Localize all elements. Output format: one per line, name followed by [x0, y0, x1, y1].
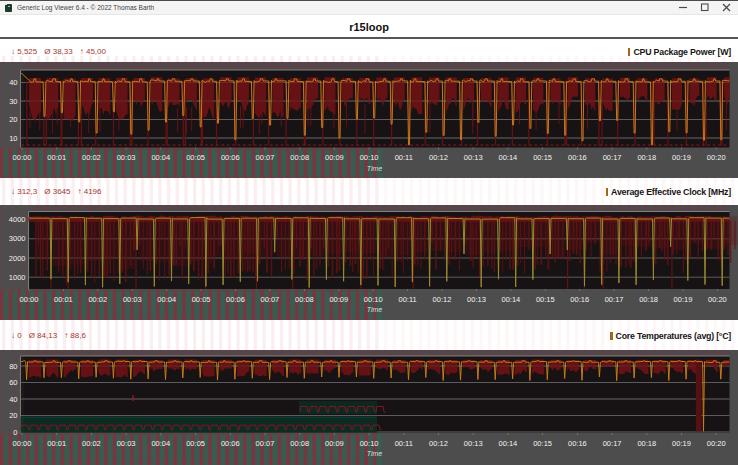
svg-text:00:07: 00:07 — [256, 153, 275, 162]
svg-text:Time: Time — [367, 306, 383, 313]
svg-text:00:03: 00:03 — [123, 295, 142, 304]
svg-text:00:05: 00:05 — [192, 295, 211, 304]
svg-text:00:14: 00:14 — [502, 295, 521, 304]
svg-text:00:04: 00:04 — [151, 439, 170, 448]
svg-text:00:10: 00:10 — [360, 153, 379, 162]
svg-text:00:15: 00:15 — [536, 295, 555, 304]
svg-text:00:07: 00:07 — [261, 295, 280, 304]
svg-text:00:05: 00:05 — [186, 439, 205, 448]
svg-text:00:16: 00:16 — [570, 295, 589, 304]
svg-text:0: 0 — [13, 428, 17, 437]
svg-text:00:16: 00:16 — [568, 153, 587, 162]
svg-text:00:12: 00:12 — [433, 295, 452, 304]
svg-text:00:03: 00:03 — [117, 439, 136, 448]
svg-text:3000: 3000 — [9, 234, 26, 243]
svg-text:20: 20 — [9, 115, 17, 124]
svg-text:00:13: 00:13 — [467, 295, 486, 304]
svg-text:Time: Time — [367, 165, 383, 172]
svg-text:00:20: 00:20 — [707, 153, 726, 162]
svg-text:00:18: 00:18 — [639, 295, 658, 304]
svg-text:80: 80 — [9, 362, 17, 371]
svg-text:00:00: 00:00 — [20, 295, 39, 304]
svg-text:00:06: 00:06 — [221, 439, 240, 448]
svg-text:00:06: 00:06 — [226, 295, 245, 304]
svg-text:00:13: 00:13 — [464, 439, 483, 448]
svg-text:00:05: 00:05 — [186, 153, 205, 162]
svg-text:00:08: 00:08 — [295, 295, 314, 304]
svg-text:00:08: 00:08 — [290, 439, 309, 448]
svg-text:00:18: 00:18 — [637, 153, 656, 162]
svg-text:00:17: 00:17 — [603, 153, 622, 162]
svg-text:00:09: 00:09 — [325, 153, 344, 162]
svg-text:00:09: 00:09 — [325, 439, 344, 448]
svg-text:00:11: 00:11 — [398, 295, 416, 304]
svg-text:4000: 4000 — [9, 215, 26, 224]
svg-text:00:15: 00:15 — [533, 153, 552, 162]
svg-text:40: 40 — [9, 78, 17, 87]
svg-text:00:14: 00:14 — [499, 439, 518, 448]
svg-text:40: 40 — [9, 395, 17, 404]
svg-text:00:16: 00:16 — [568, 439, 587, 448]
svg-text:00:00: 00:00 — [13, 153, 32, 162]
svg-text:00:20: 00:20 — [708, 295, 727, 304]
svg-text:00:01: 00:01 — [54, 295, 73, 304]
svg-text:00:12: 00:12 — [429, 439, 448, 448]
svg-text:00:12: 00:12 — [429, 153, 448, 162]
svg-text:00:17: 00:17 — [603, 439, 622, 448]
svg-text:00:07: 00:07 — [256, 439, 275, 448]
svg-text:00:11: 00:11 — [395, 153, 413, 162]
svg-text:00:04: 00:04 — [157, 295, 176, 304]
svg-text:00:03: 00:03 — [117, 153, 136, 162]
svg-text:00:02: 00:02 — [88, 295, 107, 304]
svg-text:00:15: 00:15 — [533, 439, 552, 448]
svg-text:00:19: 00:19 — [672, 439, 691, 448]
svg-text:00:10: 00:10 — [364, 295, 383, 304]
svg-text:00:19: 00:19 — [672, 153, 691, 162]
svg-text:00:13: 00:13 — [464, 153, 483, 162]
svg-text:00:14: 00:14 — [499, 153, 518, 162]
svg-text:00:02: 00:02 — [82, 153, 101, 162]
svg-text:00:18: 00:18 — [637, 439, 656, 448]
svg-text:00:01: 00:01 — [47, 439, 66, 448]
svg-text:00:11: 00:11 — [395, 439, 413, 448]
svg-text:30: 30 — [9, 97, 17, 106]
svg-text:Time: Time — [367, 450, 383, 457]
svg-text:2000: 2000 — [9, 254, 26, 263]
svg-text:20: 20 — [9, 411, 17, 420]
svg-text:00:08: 00:08 — [290, 153, 309, 162]
svg-text:00:10: 00:10 — [360, 439, 379, 448]
svg-text:00:20: 00:20 — [707, 439, 726, 448]
svg-text:00:09: 00:09 — [329, 295, 348, 304]
svg-text:00:06: 00:06 — [221, 153, 240, 162]
svg-text:00:17: 00:17 — [605, 295, 624, 304]
svg-text:00:04: 00:04 — [151, 153, 170, 162]
svg-text:00:00: 00:00 — [13, 439, 32, 448]
svg-text:00:19: 00:19 — [674, 295, 693, 304]
svg-text:1000: 1000 — [9, 273, 26, 282]
svg-text:60: 60 — [9, 378, 17, 387]
svg-text:00:02: 00:02 — [82, 439, 101, 448]
svg-text:10: 10 — [9, 134, 17, 143]
svg-text:00:01: 00:01 — [47, 153, 66, 162]
